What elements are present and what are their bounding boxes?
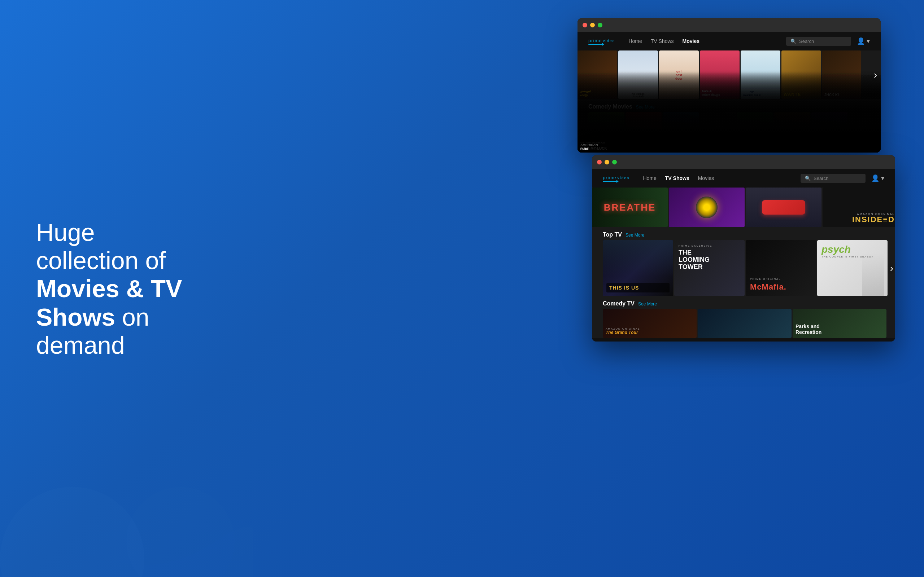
headline-line2: collection of — [36, 247, 166, 274]
bottom-video-text: video — [617, 176, 630, 180]
bottom-hero-section: BREATHE AMAZON — [592, 187, 895, 227]
top-tv-see-more[interactable]: See More — [625, 233, 644, 238]
parks-rec-title: Parks andRecreation — [795, 324, 822, 335]
bottom-prime-text: prime — [603, 175, 617, 180]
bottom-hero-row: BREATHE AMAZON — [592, 187, 895, 227]
inside-d-text: INSIDE≡D — [852, 216, 895, 224]
bottom-minimize-button[interactable] — [604, 160, 609, 164]
headline-shows: Shows — [36, 303, 115, 330]
car-card[interactable] — [746, 187, 822, 227]
prime-original-badge: PRIME ORIGINAL — [750, 278, 812, 280]
grand-tour-card[interactable]: AMAZON ORIGINAL The Grand Tour — [603, 309, 696, 338]
nav-movies-bottom[interactable]: Movies — [697, 174, 715, 182]
headline-demand: demand — [36, 331, 125, 358]
dj-card[interactable] — [669, 187, 745, 227]
top-tv-title: Top TV — [603, 232, 622, 238]
bottom-close-button[interactable] — [597, 160, 602, 164]
tv-next-button[interactable]: › — [890, 263, 893, 274]
bottom-user-icon[interactable]: 👤 ▾ — [871, 174, 884, 182]
search-icon-bottom: 🔍 — [805, 176, 811, 181]
mcmafia-title: McMafia. — [750, 282, 812, 292]
nav-tv-shows-bottom[interactable]: TV Shows — [664, 174, 690, 182]
this-is-us-bg — [603, 240, 673, 276]
breathe-text: BREATHE — [604, 202, 656, 213]
comedy-tv-bg-2 — [698, 309, 792, 338]
headline-movies-tv: Movies & TV — [36, 275, 182, 302]
top-tv-row: THIS IS US PRIME EXCLUSIVE THELOOMINGTOW… — [592, 240, 895, 296]
inside-edge-card[interactable]: AMAZON ORIGINAL INSIDE≡D — [822, 187, 895, 227]
bottom-search-label: Search — [814, 176, 828, 181]
psych-card[interactable]: psych THE COMPLETE FIRST SEASON — [817, 240, 888, 296]
psych-person — [862, 253, 884, 296]
windows-area: prime video Home TV Shows Movies 🔍 Searc… — [577, 18, 895, 559]
headline-line1: Huge — [36, 219, 95, 246]
looming-tower-title: THELOOMINGTOWER — [678, 249, 740, 271]
bottom-title-bar — [592, 155, 895, 169]
bottom-prime-logo: prime video — [603, 175, 630, 182]
top-tv-section-container: THIS IS US PRIME EXCLUSIVE THELOOMINGTOW… — [592, 240, 895, 296]
this-is-us-title: THIS IS US — [609, 285, 639, 291]
prime-exclusive-badge: PRIME EXCLUSIVE — [678, 245, 740, 247]
dj-vinyl — [696, 197, 717, 218]
top-tv-header: Top TV See More — [592, 227, 895, 240]
bottom-search-bar[interactable]: 🔍 Search — [801, 174, 866, 183]
background-decoration — [0, 433, 253, 577]
comedy-card-rudd[interactable]: Rudd — [811, 112, 848, 148]
comedy-tv-title: Comedy TV — [603, 300, 635, 307]
parks-rec-card[interactable]: Parks andRecreation — [793, 309, 887, 338]
car-shape — [762, 200, 805, 214]
this-is-us-card[interactable]: THIS IS US — [603, 240, 673, 296]
bottom-maximize-button[interactable] — [612, 160, 617, 164]
rudd-label: Rudd — [811, 147, 848, 148]
hero-next-button-top[interactable]: › — [874, 69, 877, 81]
bottom-nav-bar: prime video Home TV Shows Movies 🔍 Searc… — [592, 169, 895, 187]
nav-home-bottom[interactable]: Home — [642, 174, 657, 182]
comedy-tv-see-more[interactable]: See More — [638, 301, 657, 306]
bottom-nav-links: Home TV Shows Movies — [642, 174, 801, 182]
left-hero-text: Huge collection of Movies & TV Shows on … — [36, 218, 188, 359]
bottom-padding — [592, 338, 895, 342]
bottom-browser-window: prime video Home TV Shows Movies 🔍 Searc… — [592, 155, 895, 342]
grand-tour-title: The Grand Tour — [606, 330, 694, 335]
comedy-movies-row: From the director of40-YEAR-OLD VIRGINKN… — [577, 112, 881, 148]
mcmafia-card[interactable]: PRIME ORIGINAL McMafia. — [746, 240, 816, 296]
amazon-original-badge-grand: AMAZON ORIGINAL — [606, 327, 694, 330]
comedy-tv-row: AMAZON ORIGINAL The Grand Tour Parks and… — [592, 309, 895, 338]
comedy-tv-card-2[interactable] — [698, 309, 792, 338]
looming-tower-card[interactable]: PRIME EXCLUSIVE THELOOMINGTOWER — [674, 240, 745, 296]
breathe-card[interactable]: BREATHE — [592, 187, 668, 227]
comedy-tv-header: Comedy TV See More — [592, 296, 895, 309]
top-browser-window: prime video Home TV Shows Movies 🔍 Searc… — [577, 18, 881, 153]
this-is-us-overlay: THIS IS US — [606, 283, 670, 292]
